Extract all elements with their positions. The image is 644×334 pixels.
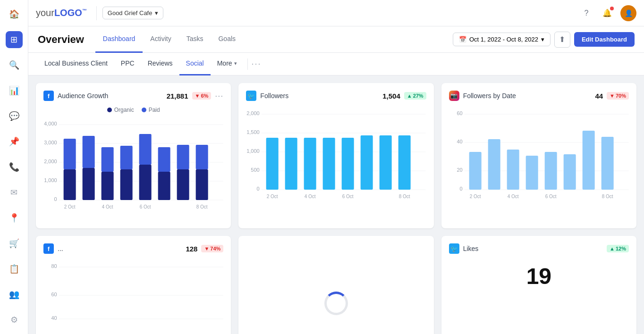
loading-spinner-2 bbox=[324, 292, 348, 315]
svg-rect-66 bbox=[582, 131, 594, 190]
tab-tasks[interactable]: Tasks bbox=[179, 26, 211, 53]
svg-rect-23 bbox=[177, 145, 189, 169]
tab-dashboard[interactable]: Dashboard bbox=[95, 26, 143, 53]
calendar-icon: 📅 bbox=[459, 36, 466, 43]
share-icon: ⬆ bbox=[559, 35, 565, 44]
nav-settings-icon[interactable]: ⚙ bbox=[6, 311, 23, 328]
svg-rect-60 bbox=[469, 152, 481, 190]
svg-text:0: 0 bbox=[257, 186, 260, 192]
svg-text:500: 500 bbox=[251, 167, 260, 173]
help-button[interactable]: ? bbox=[579, 6, 594, 21]
svg-text:4,000: 4,000 bbox=[44, 121, 57, 126]
sub-tab-more[interactable]: More ▾ bbox=[211, 53, 244, 75]
logo: yourLOGO™ bbox=[36, 8, 87, 18]
svg-rect-40 bbox=[266, 138, 279, 190]
badge-fb-metric: ▼ 74% bbox=[201, 245, 223, 252]
date-range-label: Oct 1, 2022 - Oct 8, 2022 bbox=[469, 36, 538, 43]
bar-chart-followers-by-date: 60 40 20 0 bbox=[449, 107, 629, 201]
bar-chart-followers: 2,000 1,500 1,000 500 0 bbox=[246, 107, 426, 201]
widget-fb-metric: f ... 128 ▼ 74% 80 60 40 bbox=[36, 236, 231, 334]
client-selector[interactable]: Good Grief Cafe ▾ bbox=[102, 7, 164, 19]
svg-text:60: 60 bbox=[51, 292, 57, 297]
notification-button[interactable]: 🔔 bbox=[600, 6, 615, 21]
widget-header-fb-metric: f ... 128 ▼ 74% bbox=[43, 243, 223, 254]
svg-rect-25 bbox=[196, 145, 208, 169]
widget-header-followers-by-date: 📷 Followers by Date 44 ▼ 70% bbox=[449, 91, 629, 101]
svg-text:0: 0 bbox=[459, 186, 462, 192]
nav-users-icon[interactable]: 👥 bbox=[6, 286, 23, 303]
nav-grid-icon[interactable]: ⊞ bbox=[6, 31, 23, 48]
nav-pin-icon[interactable]: 📌 bbox=[6, 133, 23, 150]
share-button[interactable]: ⬆ bbox=[554, 32, 570, 48]
twitter-icon-likes: 🐦 bbox=[449, 243, 459, 254]
svg-text:8 Oct: 8 Oct bbox=[399, 194, 410, 199]
widget-title-followers: Followers bbox=[260, 92, 379, 100]
header-divider bbox=[96, 6, 97, 20]
svg-text:60: 60 bbox=[457, 110, 462, 116]
svg-rect-21 bbox=[158, 147, 170, 172]
nav-chart-icon[interactable]: 📊 bbox=[6, 82, 23, 99]
legend-organic-dot bbox=[107, 108, 112, 112]
svg-rect-45 bbox=[361, 135, 373, 190]
twitter-icon-followers: 🐦 bbox=[246, 91, 256, 101]
date-range-button[interactable]: 📅 Oct 1, 2022 - Oct 8, 2022 ▾ bbox=[453, 33, 551, 46]
svg-text:1,000: 1,000 bbox=[44, 177, 57, 183]
svg-text:6 Oct: 6 Oct bbox=[140, 204, 151, 209]
badge-followers: ▲ 27% bbox=[404, 92, 426, 100]
avatar[interactable]: 👤 bbox=[620, 5, 636, 21]
nav-home-icon[interactable]: 🏠 bbox=[6, 6, 23, 23]
nav-cart-icon[interactable]: 🛒 bbox=[6, 235, 23, 252]
svg-rect-42 bbox=[304, 138, 316, 190]
bar-chart-fb-metric: 80 60 40 bbox=[43, 259, 223, 334]
main-content: yourLOGO™ Good Grief Cafe ▾ ? 🔔 👤 Overvi… bbox=[28, 0, 644, 334]
more-chevron-icon: ▾ bbox=[234, 60, 237, 67]
svg-rect-47 bbox=[398, 135, 411, 190]
svg-rect-67 bbox=[601, 137, 613, 190]
top-header: yourLOGO™ Good Grief Cafe ▾ ? 🔔 👤 bbox=[28, 0, 644, 26]
nav-location-icon[interactable]: 📍 bbox=[6, 209, 23, 226]
sub-tab-social[interactable]: Social bbox=[179, 53, 211, 75]
widget-header-followers: 🐦 Followers 1,504 ▲ 27% bbox=[246, 91, 426, 101]
badge-audience-growth: ▼ 6% bbox=[192, 92, 212, 100]
sub-tab-local-business[interactable]: Local Business Client bbox=[38, 53, 114, 75]
svg-text:8 Oct: 8 Oct bbox=[196, 204, 208, 209]
svg-rect-10 bbox=[64, 169, 76, 200]
dashboard-grid: f Audience Growth 21,881 ▼ 6% ··· Organi… bbox=[28, 75, 644, 334]
widget-value-followers: 1,504 bbox=[382, 92, 400, 100]
widget-likes: 🐦 Likes ▲ 12% 19 bbox=[441, 236, 636, 334]
svg-rect-13 bbox=[83, 136, 95, 168]
svg-rect-46 bbox=[380, 135, 392, 190]
nav-search-icon[interactable]: 🔍 bbox=[6, 57, 23, 74]
nav-mail-icon[interactable]: ✉ bbox=[6, 184, 23, 201]
tab-activity[interactable]: Activity bbox=[143, 26, 178, 53]
legend-paid: Paid bbox=[142, 107, 160, 113]
chart-area-fb-metric: 80 60 40 bbox=[43, 259, 223, 334]
widget-menu-audience-growth[interactable]: ··· bbox=[215, 91, 223, 101]
svg-text:4 Oct: 4 Oct bbox=[102, 204, 113, 209]
svg-text:4 Oct: 4 Oct bbox=[305, 194, 316, 199]
svg-rect-11 bbox=[64, 139, 76, 169]
legend-paid-dot bbox=[142, 108, 146, 112]
svg-rect-65 bbox=[563, 154, 576, 190]
svg-rect-24 bbox=[196, 169, 208, 200]
svg-text:40: 40 bbox=[457, 139, 462, 144]
widget-followers-by-date: 📷 Followers by Date 44 ▼ 70% 60 40 20 0 bbox=[441, 83, 636, 228]
widget-value-fb-metric: 128 bbox=[186, 245, 197, 253]
svg-text:0: 0 bbox=[54, 196, 57, 202]
sub-tab-ppc[interactable]: PPC bbox=[114, 53, 141, 75]
svg-rect-12 bbox=[83, 168, 95, 200]
nav-phone-icon[interactable]: 📞 bbox=[6, 159, 23, 175]
edit-dashboard-button[interactable]: Edit Dashboard bbox=[574, 32, 635, 47]
svg-rect-44 bbox=[342, 138, 354, 190]
nav-chat-icon[interactable]: 💬 bbox=[6, 108, 23, 125]
sub-tab-reviews[interactable]: Reviews bbox=[141, 53, 179, 75]
more-options-icon[interactable]: ··· bbox=[252, 59, 262, 69]
svg-text:3,000: 3,000 bbox=[44, 140, 57, 145]
svg-text:2,000: 2,000 bbox=[44, 159, 57, 164]
avatar-initials: 👤 bbox=[625, 9, 633, 17]
tab-goals[interactable]: Goals bbox=[211, 26, 243, 53]
svg-text:2 Oct: 2 Oct bbox=[267, 194, 278, 199]
widget-value-audience-growth: 21,881 bbox=[167, 92, 188, 100]
legend-organic: Organic bbox=[107, 107, 134, 113]
nav-reports-icon[interactable]: 📋 bbox=[6, 260, 23, 277]
